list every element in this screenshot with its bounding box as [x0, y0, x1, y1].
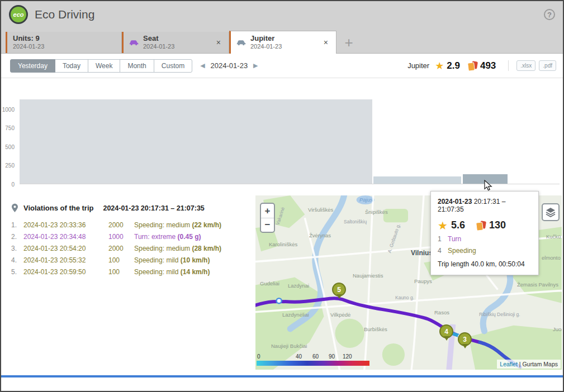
violation-time: 2024-01-23 20:33:36 — [23, 221, 108, 229]
violations-panel: Violations of the trip 2024-01-23 20:17:… — [1, 194, 255, 375]
layers-control[interactable] — [542, 203, 560, 221]
tooltip-turn-row: 1 Turn — [438, 235, 532, 243]
legend-tick-label: 60 — [312, 353, 319, 360]
marker-number: 3 — [458, 332, 472, 346]
violation-description: Turn: extreme (0.45 g) — [134, 233, 201, 241]
export-buttons: .xlsx .pdf — [508, 60, 556, 71]
map-place-label: elmonto tv. — [542, 255, 562, 261]
map-place-label: Rasos — [434, 309, 449, 315]
range-today-button[interactable]: Today — [55, 59, 88, 73]
tab-date: 2024-01-23 — [13, 43, 116, 51]
turn-label: Turn — [448, 235, 461, 243]
tab-jupiter[interactable]: Jupiter 2024-01-23 × — [229, 31, 336, 54]
violations-header: Violations of the trip 2024-01-23 20:17:… — [1, 194, 255, 213]
location-pin-icon — [11, 203, 18, 213]
violations-title: Violations of the trip — [23, 204, 93, 212]
trip-rating-value: 5.6 — [451, 219, 465, 231]
date-range-group: Yesterday Today Week Month Custom — [10, 59, 192, 73]
violation-map-marker[interactable]: 4 — [439, 324, 453, 338]
chart-ytick-label: 0 — [11, 181, 15, 188]
violation-description: Speeding: medium (22 km/h) — [134, 221, 221, 229]
trips-chart: 02505007501000 — [1, 78, 563, 194]
map-provider-label: Gurtam Maps — [522, 361, 558, 367]
map-place-label: Lazdynėliai — [282, 312, 309, 318]
violation-penalty: 100 — [108, 268, 134, 276]
tab-date: 2024-01-23 — [143, 43, 210, 51]
export-pdf-button[interactable]: .pdf — [539, 60, 556, 71]
map-place-label: Ribiškių Dešinioji g. — [479, 312, 520, 317]
date-navigation: ◀ 2024-01-23 ▶ — [200, 61, 258, 70]
chart-plot[interactable] — [20, 99, 560, 184]
zoom-control: + − — [260, 203, 275, 233]
violation-row[interactable]: 5. 2024-01-23 20:59:50 100 Speeding: mil… — [11, 268, 255, 276]
violation-row[interactable]: 2. 2024-01-23 20:34:48 1000 Turn: extrem… — [11, 233, 255, 241]
map-place-label: Pajus — [359, 197, 373, 203]
eco-driving-logo-icon: eco — [9, 5, 28, 24]
chart-selection-region[interactable] — [20, 99, 372, 184]
speed-legend-ticks: 0 40 60 90 120 — [257, 353, 369, 360]
violation-row[interactable]: 1. 2024-01-23 20:33:36 2000 Speeding: me… — [11, 221, 255, 229]
car-icon — [129, 39, 139, 46]
map-place-label: Kučkū — [546, 233, 561, 240]
eco-driving-app: eco Eco Driving ? Units: 9 2024-01-23 Se… — [0, 0, 564, 392]
chart-ytick-label: 250 — [5, 162, 15, 169]
violation-index: 5. — [11, 268, 23, 276]
range-month-button[interactable]: Month — [120, 59, 154, 73]
rating-star-icon: ★ — [438, 220, 448, 231]
violations-list: 1. 2024-01-23 20:33:36 2000 Speeding: me… — [1, 221, 255, 276]
logo-text: eco — [13, 11, 24, 18]
zoom-out-button[interactable]: − — [261, 218, 274, 232]
tab-bar: Units: 9 2024-01-23 Seat 2024-01-23 × Ju… — [1, 28, 563, 54]
tab-seat[interactable]: Seat 2024-01-23 × — [122, 32, 229, 53]
penalty-cards-icon — [476, 221, 486, 230]
violation-time: 2024-01-23 20:54:20 — [23, 245, 108, 252]
app-header: eco Eco Driving ? — [1, 1, 563, 28]
marker-number: 4 — [439, 324, 453, 338]
tooltip-scores: ★ 5.6 130 — [438, 219, 532, 231]
chart-y-axis: 02505007501000 — [1, 99, 18, 184]
next-date-arrow[interactable]: ▶ — [253, 62, 258, 69]
tab-date: 2024-01-23 — [250, 43, 317, 51]
violation-row[interactable]: 3. 2024-01-23 20:54:20 2000 Speeding: me… — [11, 245, 255, 252]
add-tab-button[interactable]: + — [336, 32, 361, 53]
map-place-label: Vilkpėdė — [330, 312, 350, 318]
bottom-accent-strip — [1, 375, 563, 377]
help-icon[interactable]: ? — [544, 9, 555, 20]
map-place-label: Paupys — [414, 278, 432, 284]
chart-ytick-label: 500 — [5, 144, 15, 150]
close-tab-icon[interactable]: × — [321, 37, 330, 48]
violation-time: 2024-01-23 20:55:32 — [23, 256, 108, 264]
violation-penalty: 100 — [108, 256, 134, 264]
map-place-label: Burbiškės — [364, 326, 387, 332]
map-place-label: Šnipiškės — [365, 209, 388, 215]
violation-index: 2. — [11, 233, 23, 241]
map-place-label: Saltoniškių — [344, 219, 367, 224]
zoom-in-button[interactable]: + — [261, 204, 274, 218]
range-week-button[interactable]: Week — [88, 59, 120, 73]
close-tab-icon[interactable]: × — [214, 37, 223, 48]
legend-tick-label: 40 — [296, 353, 302, 360]
map-place-label: Naujamiestis — [353, 273, 383, 279]
violation-map-marker[interactable]: 5 — [332, 283, 346, 297]
chart-trip-bar[interactable] — [373, 176, 461, 184]
report-toolbar: Yesterday Today Week Month Custom ◀ 2024… — [1, 54, 563, 78]
violation-index: 1. — [11, 221, 23, 229]
export-xlsx-button[interactable]: .xlsx — [516, 60, 535, 71]
prev-date-arrow[interactable]: ◀ — [200, 62, 205, 69]
map-place-label: Vilnius — [411, 249, 433, 257]
legend-tick-label: 0 — [257, 353, 260, 360]
range-yesterday-button[interactable]: Yesterday — [10, 59, 55, 73]
leaflet-link[interactable]: Leaflet — [500, 361, 518, 367]
tab-title: Seat — [143, 34, 210, 43]
tooltip-speeding-row: 4 Speeding — [438, 247, 532, 255]
tab-units[interactable]: Units: 9 2024-01-23 — [6, 32, 122, 53]
map-place-label: Naujieji Bukčiai — [271, 343, 307, 349]
speeding-count: 4 — [438, 247, 442, 255]
trip-details-section: Violations of the trip 2024-01-23 20:17:… — [1, 194, 563, 375]
violation-map-marker[interactable]: 3 — [458, 332, 472, 346]
range-custom-button[interactable]: Custom — [154, 59, 192, 73]
map-attribution: Leaflet | Gurtam Maps — [497, 360, 561, 369]
violation-time: 2024-01-23 20:34:48 — [23, 233, 108, 241]
trip-length-label: Trip length 40.0 km, 00:50:04 — [438, 260, 532, 268]
violation-row[interactable]: 4. 2024-01-23 20:55:32 100 Speeding: mil… — [11, 256, 255, 264]
